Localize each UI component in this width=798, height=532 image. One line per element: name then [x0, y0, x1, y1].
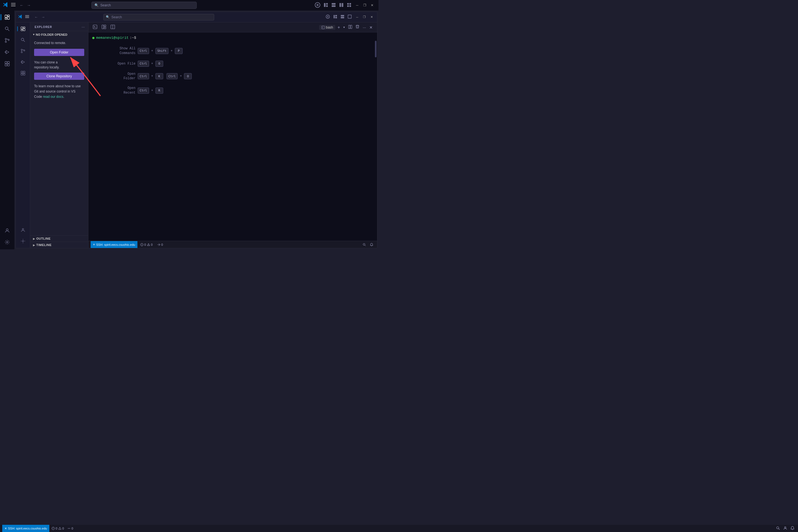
outline-arrow-icon: ▶: [33, 237, 35, 240]
plus-sep-1: +: [151, 49, 153, 53]
k-key: K: [155, 73, 163, 79]
outer-layout-btn1[interactable]: [323, 2, 329, 8]
ctrl-key-1: Ctrl: [138, 48, 149, 54]
inner-search-bar[interactable]: 🔍 Search: [103, 14, 214, 20]
outer-menu-button[interactable]: [10, 2, 17, 8]
plus-sep-4: +: [151, 74, 153, 78]
terminal-header-right: bash + ▾ ··· ✕: [319, 24, 374, 31]
inner-sidebar-extensions[interactable]: [18, 68, 28, 78]
inner-sidebar-remote[interactable]: [18, 225, 28, 235]
open-folder-button[interactable]: Open Folder: [34, 49, 84, 56]
inner-status-zoom[interactable]: [361, 243, 368, 246]
terminal-panel-icon[interactable]: [92, 24, 98, 31]
svg-rect-5: [324, 3, 326, 7]
explorer-more-button[interactable]: ···: [81, 25, 85, 29]
svg-rect-65: [104, 27, 106, 29]
inner-layout-btn2[interactable]: [339, 14, 345, 20]
svg-rect-30: [7, 64, 10, 66]
inner-forward-button[interactable]: →: [40, 14, 46, 20]
inner-layout-btn1[interactable]: [332, 14, 338, 20]
terminal-bash-tab[interactable]: bash: [319, 25, 335, 30]
outer-layout-btn4[interactable]: [346, 2, 353, 8]
inner-status-bar: ✕ SSH: spirit.eecs.csuohio.edu 0 0 0: [89, 241, 377, 248]
svg-point-4: [317, 4, 319, 6]
svg-rect-43: [348, 15, 352, 18]
terminal-kill-button[interactable]: [355, 24, 360, 30]
inner-ssh-label: SSH: spirit.eecs.csuohio.edu: [96, 243, 135, 246]
svg-point-32: [7, 242, 8, 243]
inner-restore-button[interactable]: ❐: [361, 14, 368, 20]
show-all-commands-shortcut: Show AllCommands Ctrl + Shift + P: [105, 46, 192, 56]
read-our-docs-link[interactable]: read our docs: [43, 95, 63, 99]
terminal-header: bash + ▾ ··· ✕: [89, 22, 377, 33]
outer-back-button[interactable]: ←: [18, 2, 25, 8]
svg-rect-27: [5, 61, 7, 63]
outer-activity-search[interactable]: [2, 23, 13, 34]
outer-layout-btn3[interactable]: [338, 2, 345, 8]
terminal-dropdown-button[interactable]: ▾: [342, 25, 346, 30]
outer-window-controls: ─ ❐ ✕: [354, 2, 376, 8]
terminal-split-button[interactable]: [347, 24, 353, 30]
svg-point-78: [141, 245, 142, 246]
inner-menu-button[interactable]: [24, 14, 30, 20]
terminal-bash-label: bash: [326, 25, 333, 30]
inner-status-ports[interactable]: 0: [155, 243, 165, 246]
terminal-add-button[interactable]: +: [336, 24, 341, 31]
inner-sidebar-source-control[interactable]: [18, 46, 28, 56]
inner-status-bell[interactable]: [368, 243, 375, 246]
outer-restore-button[interactable]: ❐: [361, 2, 368, 8]
outer-copilot-button[interactable]: [314, 2, 321, 9]
inner-layout-btn3[interactable]: [347, 14, 353, 20]
outer-activity-source-control[interactable]: [2, 35, 13, 46]
terminal-split-icon[interactable]: [110, 24, 116, 31]
outline-section[interactable]: ▶ OUTLINE: [30, 235, 88, 242]
open-recent-shortcut: OpenRecent Ctrl + R: [105, 86, 192, 95]
outer-activity-explorer[interactable]: [2, 12, 13, 23]
svg-rect-58: [23, 73, 25, 75]
terminal-new-terminal-icon[interactable]: [100, 24, 107, 31]
svg-rect-9: [332, 5, 336, 7]
outer-activity-settings[interactable]: [2, 236, 13, 248]
outer-minimize-button[interactable]: ─: [354, 2, 361, 8]
explorer-learn-text: To learn more about how to use Git and s…: [34, 84, 84, 100]
r-key: R: [155, 88, 163, 94]
svg-rect-46: [23, 28, 25, 31]
inner-sidebar-explorer[interactable]: [18, 23, 28, 34]
open-folder-label: OpenFolder: [105, 72, 135, 81]
inner-sidebar-run[interactable]: [18, 57, 28, 67]
inner-status-errors[interactable]: 0 0: [138, 243, 154, 246]
o-key-1: O: [155, 61, 163, 67]
svg-point-54: [21, 61, 22, 63]
svg-rect-71: [356, 25, 359, 28]
inner-minimize-button[interactable]: ─: [354, 14, 360, 20]
terminal-close-button[interactable]: ✕: [368, 25, 374, 30]
timeline-section[interactable]: ▶ TIMELINE: [30, 242, 88, 248]
inner-close-button[interactable]: ✕: [368, 14, 375, 20]
terminal-scrollbar[interactable]: [375, 41, 377, 57]
no-folder-header[interactable]: ▾ NO FOLDER OPENED: [30, 31, 88, 38]
content-row: ← → 🔍 Search: [0, 11, 379, 249]
inner-sidebar-settings[interactable]: [18, 236, 28, 246]
clone-repository-button[interactable]: Clone Repository: [34, 73, 84, 80]
terminal-more-button[interactable]: ···: [362, 25, 367, 30]
outer-close-button[interactable]: ✕: [368, 2, 376, 8]
svg-rect-41: [341, 15, 344, 16]
inner-status-ssh[interactable]: ✕ SSH: spirit.eecs.csuohio.edu: [91, 241, 137, 248]
outer-nav-buttons: ← →: [18, 2, 32, 8]
terminal-prompt: memanevi@spirit :~$: [92, 36, 373, 40]
svg-rect-55: [21, 71, 22, 73]
svg-rect-57: [21, 73, 22, 75]
outer-search-bar[interactable]: 🔍 Search: [92, 2, 197, 9]
outer-activity-account[interactable]: [2, 225, 13, 236]
terminal-content[interactable]: memanevi@spirit :~$ Show AllCommands Ctr…: [89, 33, 377, 241]
inner-back-button[interactable]: ←: [33, 14, 39, 20]
inner-sidebar-search[interactable]: [18, 35, 28, 45]
outer-layout-btn2[interactable]: [330, 2, 337, 8]
outer-activity-extensions[interactable]: [2, 58, 13, 69]
svg-point-50: [21, 49, 22, 51]
inner-copilot-button[interactable]: [324, 14, 331, 20]
outer-forward-button[interactable]: →: [25, 2, 32, 8]
outer-activity-run[interactable]: [2, 46, 13, 58]
explorer-content: Connected to remote. Open Folder You can…: [30, 38, 88, 235]
ctrl-key-3: Ctrl: [138, 73, 149, 79]
